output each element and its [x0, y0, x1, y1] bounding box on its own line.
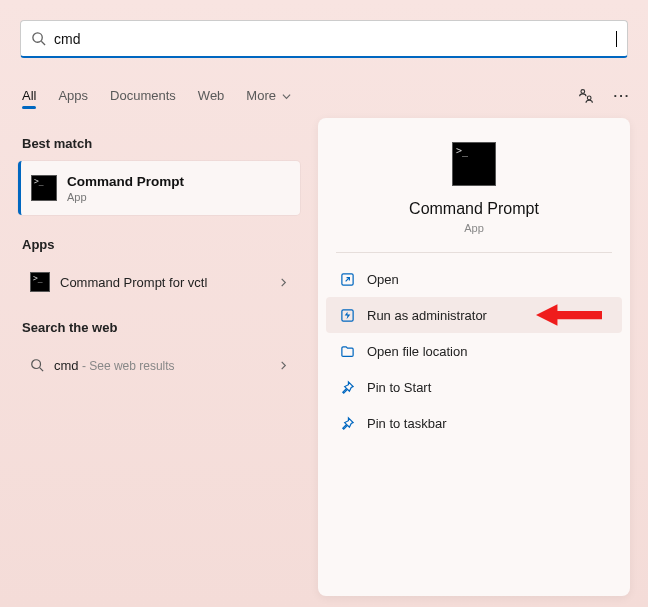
- search-input-text: cmd: [54, 31, 616, 47]
- open-icon: [340, 272, 355, 287]
- best-match-subtitle: App: [67, 191, 184, 203]
- detail-title: Command Prompt: [318, 200, 630, 218]
- command-prompt-icon: [30, 272, 50, 292]
- tab-all[interactable]: All: [22, 88, 36, 103]
- app-result-cmd-vctl[interactable]: Command Prompt for vctl: [18, 262, 300, 302]
- tab-documents[interactable]: Documents: [110, 88, 176, 103]
- results-column: Best match Command Prompt App Apps Comma…: [18, 130, 308, 385]
- action-open-file-location[interactable]: Open file location: [326, 333, 622, 369]
- best-match-title: Command Prompt: [67, 174, 184, 189]
- web-result-term: cmd: [54, 358, 79, 373]
- svg-point-3: [587, 96, 591, 100]
- action-run-as-administrator[interactable]: Run as administrator: [326, 297, 622, 333]
- svg-line-1: [41, 41, 45, 45]
- more-options-icon[interactable]: ···: [614, 87, 630, 103]
- svg-point-0: [33, 33, 42, 42]
- web-result-suffix: - See web results: [79, 359, 175, 373]
- action-pin-to-taskbar[interactable]: Pin to taskbar: [326, 405, 622, 441]
- action-pin-start-label: Pin to Start: [367, 380, 431, 395]
- divider: [336, 252, 612, 253]
- run-admin-icon: [340, 308, 355, 323]
- svg-line-5: [40, 368, 44, 372]
- search-icon: [30, 358, 44, 372]
- text-cursor: [616, 31, 617, 47]
- chevron-right-icon: [279, 278, 288, 287]
- annotation-arrow: [536, 300, 602, 330]
- org-search-icon[interactable]: [578, 87, 594, 103]
- action-run-admin-label: Run as administrator: [367, 308, 487, 323]
- svg-marker-8: [536, 304, 602, 325]
- detail-subtitle: App: [318, 222, 630, 234]
- action-pin-to-start[interactable]: Pin to Start: [326, 369, 622, 405]
- command-prompt-icon: [31, 175, 57, 201]
- section-best-match: Best match: [18, 130, 308, 161]
- action-pin-taskbar-label: Pin to taskbar: [367, 416, 447, 431]
- chevron-right-icon: [279, 361, 288, 370]
- web-result-cmd[interactable]: cmd - See web results: [18, 345, 300, 385]
- action-open[interactable]: Open: [326, 261, 622, 297]
- chevron-down-icon: [282, 92, 291, 101]
- tab-apps[interactable]: Apps: [58, 88, 88, 103]
- action-open-label: Open: [367, 272, 399, 287]
- tab-more-label: More: [246, 88, 276, 103]
- section-apps: Apps: [18, 231, 308, 262]
- pin-icon: [340, 380, 355, 395]
- search-icon: [31, 31, 46, 46]
- svg-point-4: [32, 360, 41, 369]
- detail-panel: Command Prompt App Open Run as administr…: [318, 118, 630, 596]
- pin-icon: [340, 416, 355, 431]
- filter-tabs: All Apps Documents Web More ···: [22, 78, 630, 112]
- command-prompt-icon: [452, 142, 496, 186]
- best-match-result[interactable]: Command Prompt App: [18, 161, 300, 215]
- section-search-web: Search the web: [18, 314, 308, 345]
- svg-point-2: [581, 89, 585, 93]
- folder-icon: [340, 344, 355, 359]
- action-open-loc-label: Open file location: [367, 344, 467, 359]
- tab-web[interactable]: Web: [198, 88, 225, 103]
- app-result-label: Command Prompt for vctl: [60, 275, 207, 290]
- tab-more[interactable]: More: [246, 88, 290, 103]
- search-box[interactable]: cmd: [20, 20, 628, 58]
